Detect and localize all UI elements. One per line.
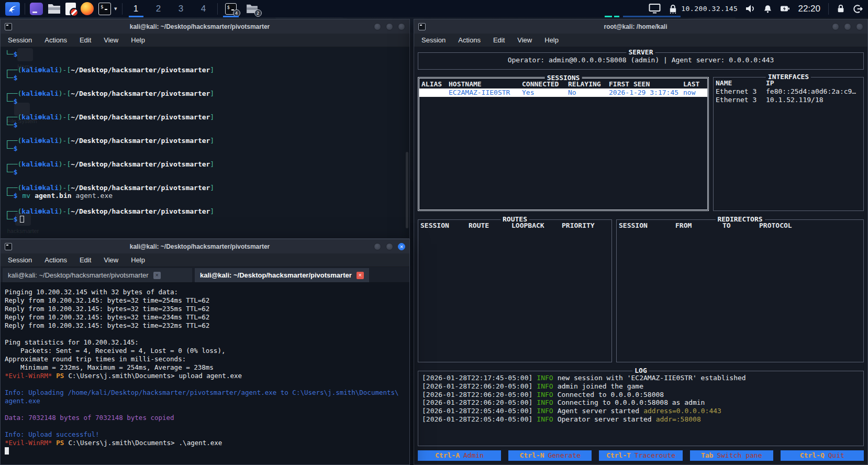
minimize-button[interactable]	[374, 243, 381, 250]
wallpaper-glitch	[605, 16, 612, 17]
clock[interactable]: 22:20	[798, 4, 820, 14]
tab-label: kali@kali: ~/Desktop/hacksmarter/pivotsm…	[8, 271, 149, 279]
menubar: Session Actions Edit View Help	[414, 34, 867, 47]
logout-icon[interactable]	[853, 4, 863, 14]
menu-actions[interactable]: Actions	[458, 36, 481, 44]
tab-terminal-2[interactable]: kali@kali: ~/Desktop/hacksmarter/pivotsm…	[195, 268, 369, 282]
prompt-line: └─$	[5, 121, 405, 129]
battery-icon[interactable]	[780, 5, 790, 13]
server-panel: SERVER Operator: admin@0.0.0.0:58008 (ad…	[418, 52, 864, 70]
titlebar[interactable]: root@kali: /home/kali	[414, 19, 867, 34]
tab-close-icon[interactable]	[357, 272, 364, 279]
minimize-button[interactable]	[832, 23, 839, 30]
interface-row[interactable]: Ethernet 310.1.52.119/18	[714, 96, 863, 104]
menu-edit[interactable]: Edit	[80, 36, 91, 44]
terminal-count-badge: 4	[233, 9, 240, 17]
prompt-line: └─$	[5, 74, 405, 82]
lock-screen-icon[interactable]	[837, 4, 845, 13]
terminal-window-bottom-left[interactable]: kali@kali: ~/Desktop/hacksmarter/pivotsm…	[0, 239, 410, 465]
workspace-2[interactable]: 2	[150, 0, 168, 17]
menu-edit[interactable]: Edit	[80, 256, 91, 264]
menu-view[interactable]: View	[104, 256, 118, 264]
hotkey-generate[interactable]: Ctrl-NGenerate	[508, 450, 592, 461]
interface-row[interactable]: Ethernet 3fe80::25d4:a0d6:2a:c9…	[714, 87, 863, 96]
menu-view[interactable]: View	[517, 36, 532, 44]
log-entry: [2026-01-28T22:05:40-05:00]INFOOperator …	[422, 415, 860, 424]
titlebar[interactable]: kali@kali: ~/Desktop/hacksmarter/pivotsm…	[1, 239, 409, 253]
menu-actions[interactable]: Actions	[44, 36, 67, 44]
tab-label: kali@kali: ~/Desktop/hacksmarter/pivotsm…	[200, 271, 352, 279]
prompt-tail: └─$	[5, 50, 405, 58]
maximize-button[interactable]	[386, 23, 393, 30]
winrm-info: Info: Uploading /home/kali/Desktop/hacks…	[5, 389, 405, 397]
menu-session[interactable]: Session	[421, 36, 446, 44]
workspace-4[interactable]: 4	[195, 0, 213, 17]
display-icon[interactable]	[649, 3, 661, 14]
close-button[interactable]	[398, 23, 405, 30]
ping-stats: Approximate round trip times in milli-se…	[5, 355, 405, 363]
workspace-1[interactable]: 1	[127, 0, 145, 17]
menu-actions[interactable]: Actions	[44, 256, 67, 264]
maximize-button[interactable]	[386, 243, 393, 250]
ping-output: Reply from 10.200.32.145: bytes=32 time=…	[5, 296, 405, 305]
volume-icon[interactable]	[745, 4, 755, 13]
taskbar-terminal-group[interactable]: 4	[222, 0, 239, 17]
menu-help[interactable]: Help	[131, 36, 145, 44]
terminal-output-area[interactable]: Pinging 10.200.32.145 with 32 bytes of d…	[1, 283, 409, 464]
menu-session[interactable]: Session	[8, 256, 32, 264]
folder-icon[interactable]	[48, 3, 61, 14]
prompt-line: └─$	[5, 97, 405, 105]
workspace-number: 4	[201, 4, 206, 14]
firefox-icon[interactable]	[81, 2, 94, 15]
ping-output: Reply from 10.200.32.145: bytes=32 time=…	[5, 313, 405, 322]
text-editor-icon[interactable]	[65, 3, 76, 15]
menu-help[interactable]: Help	[544, 36, 559, 44]
workspace-number: 1	[133, 4, 138, 14]
titlebar[interactable]: kali@kali: ~/Desktop/hacksmarter/pivotsm…	[1, 19, 409, 34]
log-entry: [2026-01-28T22:06:20-05:00]INFOConnectin…	[422, 398, 860, 407]
menu-view[interactable]: View	[104, 36, 118, 44]
ping-output: Reply from 10.200.32.145: bytes=32 time=…	[5, 322, 405, 330]
menu-help[interactable]: Help	[131, 256, 145, 264]
sessions-panel: SESSIONS ALIASHOSTNAMECONNECTEDRELAYINGF…	[418, 77, 709, 211]
log-panel-title: LOG	[632, 367, 649, 374]
window-title: kali@kali: ~/Desktop/hacksmarter/pivotsm…	[32, 243, 368, 250]
vpn-indicator[interactable]: 10.200.32.145	[669, 4, 738, 14]
prompt-line: └─$	[5, 145, 405, 152]
tab-terminal-1[interactable]: kali@kali: ~/Desktop/hacksmarter/pivotsm…	[3, 268, 192, 282]
cursor-line	[5, 447, 405, 456]
minimize-button[interactable]	[374, 23, 381, 30]
chevron-down-icon[interactable]: ▾	[114, 5, 117, 12]
panel-separator	[25, 3, 25, 15]
winrm-prompt: *Evil-WinRM*PSC:\Users\j.smith\Documents…	[5, 439, 405, 447]
close-button[interactable]	[398, 243, 405, 250]
tab-close-icon[interactable]	[153, 272, 161, 279]
maximize-button[interactable]	[844, 23, 851, 30]
prompt-line: ┌──(kali⊛kali)-[~/Desktop/hacksmarter/pi…	[5, 113, 405, 121]
terminal-cursor	[5, 447, 9, 455]
file-manager-icon[interactable]	[30, 3, 43, 15]
menu-session[interactable]: Session	[8, 36, 32, 44]
hotkey-admin[interactable]: Ctrl-AAdmin	[418, 450, 501, 461]
notifications-bell-icon[interactable]	[763, 4, 772, 14]
pivot-tui[interactable]: SERVER Operator: admin@0.0.0.0:58008 (ad…	[414, 47, 867, 464]
menu-edit[interactable]: Edit	[493, 36, 505, 44]
close-button[interactable]	[856, 23, 863, 30]
hotkey-switch-pane[interactable]: TabSwitch pane	[690, 450, 773, 461]
terminal-window-top-left[interactable]: kali@kali: ~/Desktop/hacksmarter/pivotsm…	[0, 19, 410, 239]
desktop: ▾ 1 2 3 4 4 2	[0, 0, 868, 465]
hotkey-traceroute[interactable]: Ctrl-TTraceroute	[599, 450, 682, 461]
taskbar-files-group[interactable]: 2	[244, 0, 261, 17]
prompt-line: ┌──(kali⊛kali)-[~/Desktop/hacksmarter/pi…	[5, 184, 405, 192]
hotkey-quit[interactable]: Ctrl-QQuit	[781, 450, 864, 461]
kali-menu-button[interactable]	[5, 2, 20, 16]
workspace-3[interactable]: 3	[172, 0, 190, 17]
scrollbar[interactable]	[406, 152, 408, 228]
terminal-window-right[interactable]: root@kali: /home/kali Session Actions Ed…	[414, 19, 868, 465]
terminal-icon	[418, 23, 426, 30]
log-entry: [2026-01-28T22:17:45-05:00]INFOnew sessi…	[422, 374, 860, 382]
terminal-output-area[interactable]: Home File System hacksmarter └─$ ┌──(kal…	[1, 47, 409, 238]
vpn-lock-icon	[669, 4, 677, 14]
session-row-selected[interactable]: EC2AMAZ-IIE0STRYesNo2026-1-29 3:17:45now	[419, 88, 707, 97]
terminal-launcher-icon[interactable]	[98, 3, 111, 15]
